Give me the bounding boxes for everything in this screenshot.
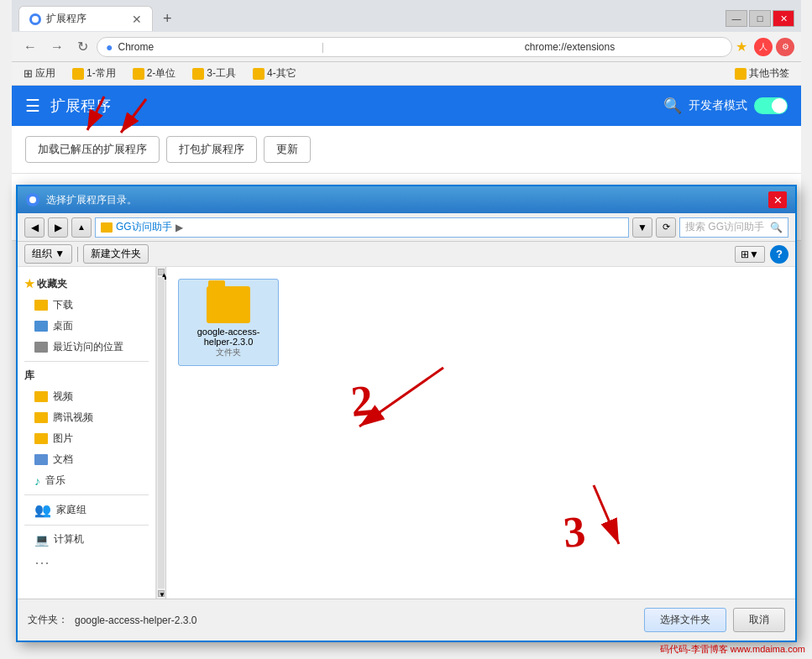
cancel-button[interactable]: 取消 [733, 608, 785, 632]
recent-icon [34, 342, 48, 353]
file-item-google-access-helper[interactable]: google-access-helper-2.3.0 文件夹 [178, 279, 279, 366]
bookmark-other-icon [735, 68, 747, 80]
bookmark-1-label: 1-常用 [86, 66, 116, 81]
panel-item-recent[interactable]: 最近访问的位置 [18, 337, 155, 358]
dialog-title-text: 选择扩展程序目录。 [46, 193, 768, 207]
maximize-button[interactable]: □ [749, 10, 771, 27]
dialog-up-button[interactable]: ▲ [71, 217, 92, 238]
panel-divider-3 [24, 525, 149, 526]
dialog-search-field[interactable]: 搜索 GG访问助手 🔍 [679, 217, 788, 238]
recent-label: 最近访问的位置 [53, 340, 123, 354]
bookmark-star-button[interactable]: ★ [736, 39, 747, 55]
back-button[interactable]: ← [18, 38, 42, 56]
hamburger-menu-button[interactable]: ☰ [25, 96, 40, 116]
profile-button[interactable]: 人 [754, 38, 773, 56]
dialog-body: ★ 收藏夹 下载 桌面 最近访问的位置 [18, 267, 795, 599]
refresh-path-button[interactable]: ⟳ [656, 217, 676, 238]
favorites-header[interactable]: ★ 收藏夹 [18, 274, 155, 295]
bookmark-2-unit[interactable]: 2-单位 [128, 65, 181, 82]
update-button[interactable]: 更新 [264, 136, 311, 163]
dev-mode-label: 开发者模式 [689, 98, 747, 113]
window-controls: — □ ✕ [726, 10, 794, 27]
panel-item-video[interactable]: 视频 [18, 386, 155, 407]
organize-button[interactable]: 组织 ▼ [24, 244, 72, 264]
dialog-toolbar: 组织 ▼ 新建文件夹 ⊞▼ ? [18, 242, 795, 267]
address-protocol-icon: ● [106, 40, 113, 54]
favorites-section: ★ 收藏夹 下载 桌面 最近访问的位置 [18, 274, 155, 358]
bookmark-other[interactable]: 其他书签 [730, 65, 794, 82]
video-icon [34, 391, 48, 402]
select-folder-button[interactable]: 选择文件夹 [644, 608, 726, 632]
new-folder-button[interactable]: 新建文件夹 [83, 244, 149, 264]
scroll-thumb[interactable] [158, 277, 165, 588]
file-area: google-access-helper-2.3.0 文件夹 2 [166, 267, 795, 599]
tab-title: 扩展程序 [46, 12, 86, 26]
address-bar[interactable]: ● Chrome | chrome://extensions [97, 37, 732, 57]
panel-item-desktop[interactable]: 桌面 [18, 316, 155, 337]
bookmark-3-tools[interactable]: 3-工具 [187, 65, 241, 82]
search-placeholder: 搜索 GG访问助手 [685, 220, 764, 234]
dialog-close-button[interactable]: ✕ [768, 191, 787, 208]
desktop-icon [34, 321, 48, 332]
toggle-thumb [772, 98, 787, 113]
breadcrumb-bar: GG访问助手 ▶ [95, 217, 629, 238]
svg-point-5 [29, 196, 36, 203]
panel-item-downloads[interactable]: 下载 [18, 295, 155, 316]
view-toggle-button[interactable]: ⊞▼ [735, 246, 765, 263]
search-icon[interactable]: 🔍 [663, 97, 682, 115]
dialog-title-bar: 选择扩展程序目录。 ✕ [18, 186, 795, 213]
tab-close-button[interactable]: ✕ [132, 13, 142, 26]
homegroup-icon: 👥 [34, 502, 51, 518]
panel-item-qq-video[interactable]: 腾讯视频 [18, 407, 155, 428]
breadcrumb-folder-icon [101, 222, 113, 233]
dev-mode-toggle[interactable] [754, 97, 788, 114]
dialog-nav: ◀ ▶ ▲ GG访问助手 ▶ ▼ ⟳ 搜索 GG访问助手 🔍 [18, 213, 795, 242]
dialog-forward-button[interactable]: ▶ [48, 217, 68, 238]
docs-label: 文档 [53, 452, 73, 467]
scroll-indicator: ⋯ [18, 550, 155, 575]
breadcrumb-root: GG访问助手 [116, 220, 172, 234]
qqvideo-label: 腾讯视频 [53, 411, 93, 425]
annotation-number-2: 2 [348, 375, 375, 426]
help-button[interactable]: ? [770, 245, 788, 264]
desktop-label: 桌面 [53, 319, 73, 333]
file-name: google-access-helper-2.3.0 [186, 327, 271, 347]
address-protocol-label: Chrome [118, 41, 316, 53]
left-panel-scrollbar[interactable]: ▲ ▼ [156, 267, 166, 599]
new-tab-button[interactable]: + [156, 7, 179, 31]
bookmark-apps-label: 应用 [35, 66, 55, 81]
panel-item-docs[interactable]: 文档 [18, 449, 155, 470]
bookmark-4-other[interactable]: 4-其它 [248, 65, 301, 82]
bookmark-folder-icon [72, 68, 84, 80]
refresh-button[interactable]: ↻ [72, 37, 93, 56]
pictures-icon [34, 433, 48, 444]
panel-item-music[interactable]: ♪ 音乐 [18, 470, 155, 491]
scroll-up-button[interactable]: ▲ [158, 269, 165, 275]
dialog-title-icon [26, 193, 39, 207]
panel-item-homegroup[interactable]: 👥 家庭组 [18, 499, 155, 521]
panel-item-computer[interactable]: 💻 计算机 [18, 529, 155, 550]
library-header[interactable]: 库 [18, 365, 155, 386]
bookmark-1-common[interactable]: 1-常用 [67, 65, 121, 82]
address-url: chrome://extensions [525, 41, 723, 53]
settings-button[interactable]: ⚙ [776, 38, 794, 56]
forward-button[interactable]: → [45, 38, 69, 56]
minimize-button[interactable]: — [726, 10, 747, 27]
active-tab[interactable]: 扩展程序 ✕ [18, 6, 153, 31]
bookmark-2-label: 2-单位 [147, 66, 176, 81]
close-button[interactable]: ✕ [773, 10, 794, 27]
pack-extension-button[interactable]: 打包扩展程序 [166, 136, 257, 163]
qqvideo-icon [34, 412, 48, 423]
dialog-back-button[interactable]: ◀ [24, 217, 45, 238]
load-unpacked-button[interactable]: 加载已解压的扩展程序 [25, 136, 160, 163]
scroll-down-button[interactable]: ▼ [158, 590, 165, 597]
music-label: 音乐 [45, 473, 65, 488]
breadcrumb-dropdown-button[interactable]: ▼ [632, 217, 652, 238]
pictures-label: 图片 [53, 431, 73, 446]
title-bar: 扩展程序 ✕ + — □ ✕ [12, 0, 801, 32]
address-separator: | [322, 41, 520, 53]
bookmark-apps[interactable]: ⊞ 应用 [18, 65, 60, 82]
dialog-search-icon[interactable]: 🔍 [770, 222, 783, 233]
panel-item-pictures[interactable]: 图片 [18, 428, 155, 449]
homegroup-label: 家庭组 [56, 503, 86, 517]
